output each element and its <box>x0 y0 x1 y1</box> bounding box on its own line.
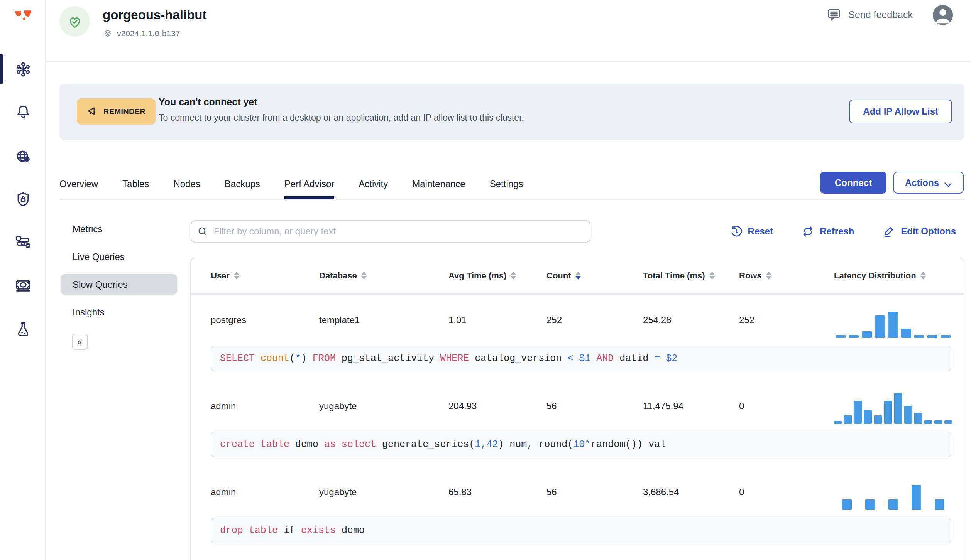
histogram-bar <box>934 420 942 424</box>
version-label: v2024.1.1.0-b137 <box>117 29 180 38</box>
sidenav-item-insights[interactable]: Insights <box>61 302 177 322</box>
histogram-bar <box>904 406 912 424</box>
cluster-health-badge <box>59 6 90 37</box>
sidebar-item-billing[interactable] <box>15 277 32 294</box>
histogram-bar <box>865 499 875 510</box>
sort-arrows-icon <box>920 272 926 280</box>
sidenav-item-metrics[interactable]: Metrics <box>61 219 177 239</box>
histogram-bar <box>894 393 902 424</box>
sidenav-item-live-queries[interactable]: Live Queries <box>61 246 177 267</box>
cluster-version: v2024.1.1.0-b137 <box>103 29 180 39</box>
tabs-list: OverviewTablesNodesBackupsPerf AdvisorAc… <box>59 169 547 199</box>
tab-activity[interactable]: Activity <box>359 169 388 199</box>
filter-input[interactable] <box>191 220 590 243</box>
table-row[interactable]: adminyugabyte65.83563,686.540 <box>191 467 964 518</box>
column-label: Latency Distribution <box>834 271 916 281</box>
histogram-bar <box>901 329 911 338</box>
column-header-count[interactable]: Count <box>546 271 643 281</box>
user-avatar[interactable] <box>932 5 953 25</box>
cell-latency-distribution <box>834 388 964 424</box>
filter-search <box>191 220 590 243</box>
table-header-row: UserDatabaseAvg Time (ms)CountTotal Time… <box>191 258 964 295</box>
cell-rows: 0 <box>739 401 834 412</box>
perf-advisor-subnav: MetricsLive QueriesSlow QueriesInsights <box>61 219 177 330</box>
active-nav-indicator <box>0 54 3 84</box>
column-header-user[interactable]: User <box>191 271 319 281</box>
histogram-bar <box>834 421 842 424</box>
sort-arrows-icon <box>575 272 581 280</box>
connect-button[interactable]: Connect <box>820 172 886 194</box>
cell-total-time: 254.28 <box>643 315 739 326</box>
sidebar-item-labs[interactable] <box>15 321 32 338</box>
cell-user: admin <box>191 487 319 498</box>
cell-latency-distribution <box>834 302 964 338</box>
yugabyte-logo-icon <box>14 10 32 24</box>
histogram-bar <box>888 499 898 510</box>
sidebar-item-clusters[interactable] <box>15 61 32 78</box>
banner-description: To connect to your cluster from a deskto… <box>159 113 524 123</box>
actions-dropdown-button[interactable]: Actions <box>893 172 964 194</box>
sidebar-item-security[interactable] <box>15 191 32 208</box>
cell-total-time: 3,686.54 <box>643 487 739 498</box>
sidebar-item-notifications[interactable] <box>15 103 32 120</box>
tab-perf-advisor[interactable]: Perf Advisor <box>284 169 334 199</box>
add-ip-allow-list-button[interactable]: Add IP Allow List <box>849 100 952 123</box>
sidenav-item-slow-queries[interactable]: Slow Queries <box>61 274 177 295</box>
flow-icon <box>15 234 32 251</box>
refresh-label: Refresh <box>820 226 854 237</box>
flask-icon <box>15 321 32 338</box>
cluster-tabs: OverviewTablesNodesBackupsPerf AdvisorAc… <box>59 169 964 200</box>
send-feedback-button[interactable]: Send feedback <box>826 7 913 22</box>
tab-settings[interactable]: Settings <box>490 169 523 199</box>
globe-gear-icon <box>15 148 32 165</box>
column-header-latency-distribution[interactable]: Latency Distribution <box>834 271 964 281</box>
histogram-bar <box>836 335 846 338</box>
megaphone-icon <box>87 106 98 117</box>
sidebar-item-integrations[interactable] <box>15 234 32 251</box>
table-row[interactable]: postgrestemplate11.01252254.28252 <box>191 295 964 346</box>
sidebar-item-network-settings[interactable] <box>15 148 32 165</box>
edit-options-button[interactable]: Edit Options <box>883 225 956 238</box>
cell-user: postgres <box>191 315 319 326</box>
layers-icon <box>103 29 113 39</box>
histogram-bar <box>862 331 872 338</box>
table-row[interactable]: adminyugabyte204.935611,475.940 <box>191 381 964 432</box>
tab-action-buttons: Connect Actions <box>820 172 964 194</box>
feedback-bubble-icon <box>826 7 842 22</box>
tab-overview[interactable]: Overview <box>59 169 98 199</box>
cell-avg-time: 65.83 <box>448 487 546 498</box>
column-header-avg-time-ms[interactable]: Avg Time (ms) <box>448 271 546 281</box>
tab-tables[interactable]: Tables <box>122 169 149 199</box>
collapse-sidenav-button[interactable]: « <box>72 334 88 350</box>
column-header-rows[interactable]: Rows <box>739 271 834 281</box>
cell-database: yugabyte <box>319 401 448 412</box>
query-text: SELECT count(*) FROM pg_stat_activity WH… <box>211 346 951 371</box>
reset-history-icon <box>730 225 743 238</box>
tab-nodes[interactable]: Nodes <box>173 169 200 199</box>
reset-label: Reset <box>748 226 773 237</box>
banner-title: You can't connect yet <box>159 96 257 108</box>
table-body: postgrestemplate11.01252254.28252SELECT … <box>191 295 964 543</box>
histogram-bar <box>924 420 932 424</box>
bell-icon <box>15 103 32 120</box>
reminder-banner: REMINDER You can't connect yet To connec… <box>59 84 964 140</box>
histogram-bar <box>935 499 944 510</box>
sort-arrows-icon <box>709 272 715 280</box>
reset-button[interactable]: Reset <box>730 225 773 238</box>
histogram-bar <box>941 335 951 338</box>
histogram-bar <box>874 415 882 424</box>
column-header-total-time-ms[interactable]: Total Time (ms) <box>643 271 739 281</box>
query-text: create table demo as select generate_ser… <box>211 432 951 457</box>
column-label: Avg Time (ms) <box>448 271 506 281</box>
tab-maintenance[interactable]: Maintenance <box>412 169 465 199</box>
sort-arrows-icon <box>766 272 771 280</box>
slow-queries-table: UserDatabaseAvg Time (ms)CountTotal Time… <box>190 258 964 560</box>
histogram-bar <box>912 485 921 510</box>
column-header-database[interactable]: Database <box>319 271 448 281</box>
query-text: drop table if exists demo <box>211 518 951 543</box>
histogram-bar <box>884 401 892 424</box>
reminder-badge-label: REMINDER <box>103 107 145 116</box>
refresh-button[interactable]: Refresh <box>802 225 854 238</box>
tab-backups[interactable]: Backups <box>225 169 260 199</box>
histogram-bar <box>944 420 952 424</box>
